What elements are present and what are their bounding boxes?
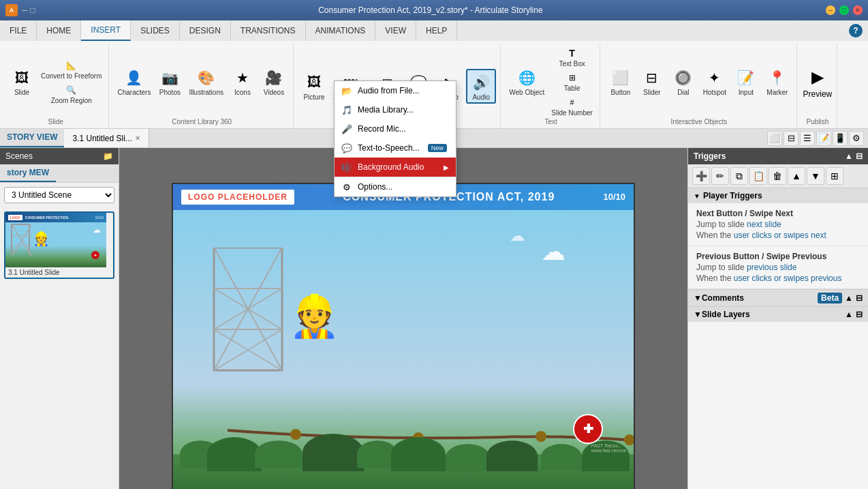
ribbon-group-slide: 🖼 Slide 📐 Convert to Freeform 🔍 Zoom Reg…	[3, 44, 109, 128]
background-audio-menu-item[interactable]: 🎼 Background Audio ▶	[335, 158, 456, 177]
marker-button[interactable]: 📍 Marker	[762, 65, 792, 98]
slide-layers-detach-icon[interactable]: ⊟	[856, 310, 863, 319]
videos-button[interactable]: 🎥 Videos	[259, 65, 289, 98]
slide-thumbnail-3-1[interactable]: LOGO CONSUMER PROTECTION 10/10	[4, 211, 114, 279]
slide-button[interactable]: 🖼 Slide	[7, 65, 37, 98]
tab-slides[interactable]: SLIDES	[131, 20, 180, 41]
minimize-button[interactable]: ─	[826, 5, 835, 15]
illustrations-label: Illustrations	[189, 89, 223, 96]
close-button[interactable]: ✕	[853, 5, 863, 15]
slide-view-tab[interactable]: 3.1 Untitled Sli... ✕	[64, 129, 149, 147]
tab-home[interactable]: HOME	[37, 20, 81, 41]
comments-chevron-icon: ▼	[694, 293, 702, 303]
normal-view-button[interactable]: ⬜	[767, 131, 782, 146]
tab-insert[interactable]: INSERT	[81, 20, 131, 41]
story-tab[interactable]: story MEW	[0, 164, 56, 182]
comments-detach-icon[interactable]: ⊟	[856, 293, 863, 303]
next-button-trigger[interactable]: Next Button / Swipe Next Jump to slide n…	[688, 203, 868, 246]
comments-collapse-icon[interactable]: ▲	[845, 293, 853, 303]
triggers-detach-icon[interactable]: ⊟	[856, 151, 863, 161]
canvas-area[interactable]: LOGO PLACEHOLDER CONSUMER PROTECTION ACT…	[119, 148, 687, 489]
table-button[interactable]: ⊞ Table	[548, 70, 595, 93]
edit-trigger-button[interactable]: ✏	[711, 167, 729, 185]
ribbon-group-interactive: ⬜ Button ⊟ Slider 🔘 Dial ✦ Hotspot 📝	[602, 44, 797, 128]
web-object-button[interactable]: 🌐 Web Object	[506, 65, 547, 98]
audio-from-file-menu-item[interactable]: 📂 Audio from File...	[335, 81, 456, 100]
next-trigger-title: Next Button / Swipe Next	[696, 209, 860, 218]
next-swipe-link[interactable]: user clicks or swipes next	[734, 231, 826, 240]
photos-button[interactable]: 📷 Photos	[155, 65, 185, 98]
videos-icon: 🎥	[263, 67, 285, 89]
characters-button[interactable]: 👤 Characters	[114, 65, 153, 98]
slide-group-buttons: 🖼 Slide 📐 Convert to Freeform 🔍 Zoom Reg…	[7, 45, 104, 118]
tab-design[interactable]: DESIGN	[180, 20, 231, 41]
text-to-speech-icon: 💬	[341, 143, 352, 153]
move-up-trigger-button[interactable]: ▲	[788, 167, 805, 185]
hotspot-button[interactable]: ✦ Hotspot	[700, 65, 730, 98]
red-badge: ✚	[573, 414, 603, 444]
player-triggers-header[interactable]: ▼ Player Triggers	[688, 188, 868, 203]
button-button[interactable]: ⬜ Button	[606, 65, 636, 98]
help-icon[interactable]: ?	[849, 24, 863, 38]
tree-3	[255, 441, 303, 468]
slide-layers-collapse-icon[interactable]: ▲	[845, 310, 853, 319]
prev-swipe-link[interactable]: user clicks or swipes previous	[734, 273, 842, 283]
copy-trigger-button[interactable]: ⧉	[730, 167, 748, 185]
audio-button[interactable]: 🔊 Audio	[466, 69, 496, 104]
story-view-tab[interactable]: STORY VIEW	[0, 129, 64, 147]
illustrations-button[interactable]: 🎨 Illustrations	[186, 65, 226, 98]
maximize-button[interactable]: □	[839, 5, 849, 15]
photos-icon: 📷	[159, 67, 181, 89]
paste-trigger-button[interactable]: 📋	[749, 167, 767, 185]
tab-transitions[interactable]: TRANSITIONS	[231, 20, 306, 41]
triggers-title: Triggers	[694, 151, 726, 161]
notes-view-button[interactable]: 📝	[816, 131, 831, 146]
next-slide-link[interactable]: next slide	[747, 220, 781, 229]
slide-view-button[interactable]: ⊟	[784, 131, 799, 146]
new-trigger-button[interactable]: ➕	[692, 167, 710, 185]
icons-button[interactable]: ★ Icons	[228, 65, 258, 98]
tab-view[interactable]: VIEW	[375, 20, 416, 41]
triggers-collapse-icon[interactable]: ▲	[845, 151, 853, 161]
settings-gear-button[interactable]: ⚙	[849, 131, 864, 146]
convert-freeform-icon: 📐	[65, 59, 78, 72]
audio-label: Audio	[472, 93, 490, 101]
slider-button[interactable]: ⊟ Slider	[637, 65, 667, 98]
preview-button[interactable]: ▶	[803, 65, 833, 89]
text-to-speech-menu-item[interactable]: 💬 Text-to-Speech... New	[335, 138, 456, 158]
prev-slide-link[interactable]: previous slide	[747, 263, 796, 272]
previous-button-trigger[interactable]: Previous Button / Swipe Previous Jump to…	[688, 246, 868, 289]
next-detail1-prefix: Jump to slide	[696, 220, 747, 229]
convert-freeform-button[interactable]: 📐 Convert to Freeform	[38, 57, 104, 81]
slide-tab-close[interactable]: ✕	[135, 134, 140, 142]
cloud-small-icon: ☁	[510, 227, 525, 245]
slide-group-label: Slide	[48, 118, 63, 127]
tab-file[interactable]: FILE	[0, 20, 37, 41]
dial-button[interactable]: 🔘 Dial	[668, 65, 698, 98]
options-menu-item[interactable]: ⚙ Options...	[335, 177, 456, 196]
zoom-region-button[interactable]: 🔍 Zoom Region	[38, 82, 104, 106]
move-down-trigger-button[interactable]: ▼	[807, 167, 824, 185]
scene-dropdown[interactable]: 3 Untitled Scene	[4, 187, 114, 203]
show-all-trigger-button[interactable]: ⊞	[826, 167, 843, 185]
tab-animations[interactable]: ANIMATIONS	[306, 20, 376, 41]
ground-foliage	[173, 454, 634, 490]
slide-layers-header[interactable]: ▼ Slide Layers ▲ ⊟	[688, 307, 868, 322]
comments-header[interactable]: ▼ Comments Beta ▲ ⊟	[688, 290, 868, 306]
slide-layers-section: ▼ Slide Layers ▲ ⊟	[688, 306, 868, 322]
input-button[interactable]: 📝 Input	[731, 65, 761, 98]
publish-group-label: Publish	[806, 118, 828, 127]
media-library-menu-item[interactable]: 🎵 Media Library...	[335, 100, 456, 119]
record-mic-menu-item[interactable]: 🎤 Record Mic...	[335, 119, 456, 138]
delete-trigger-button[interactable]: 🗑	[769, 167, 786, 185]
phone-view-button[interactable]: 📱	[833, 131, 848, 146]
tab-help[interactable]: HELP	[416, 20, 457, 41]
slide-number-button[interactable]: # Slide Number	[548, 94, 595, 118]
text-box-button[interactable]: T Text Box	[548, 45, 595, 69]
scenes-header: Scenes 📁	[0, 148, 119, 164]
outline-view-button[interactable]: ☰	[800, 131, 815, 146]
characters-label: Characters	[117, 89, 151, 96]
triggers-header: Triggers ▲ ⊟	[688, 148, 868, 164]
background-audio-label: Background Audio	[358, 162, 424, 172]
picture-button[interactable]: 🖼 Picture	[299, 70, 329, 102]
